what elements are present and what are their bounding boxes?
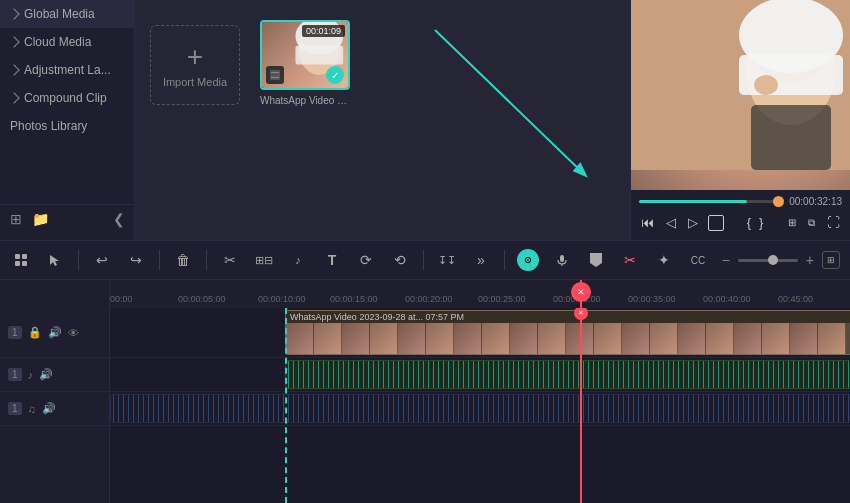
stop-button[interactable]: [708, 215, 724, 231]
mute-icon[interactable]: 🔊: [48, 326, 62, 339]
marker-button[interactable]: [585, 249, 607, 271]
frame-16: [706, 323, 734, 354]
cut-button[interactable]: ✂: [219, 249, 241, 271]
music-volume-icon[interactable]: 🔊: [42, 402, 56, 415]
zoom-thumb[interactable]: [768, 255, 778, 265]
svg-rect-3: [295, 45, 343, 64]
delete-button[interactable]: 🗑: [172, 249, 194, 271]
ruler-mark-7: 00:00:35:00: [628, 294, 676, 304]
frame-9: [510, 323, 538, 354]
svg-marker-23: [590, 253, 602, 267]
select-tool-button[interactable]: [44, 249, 66, 271]
scissors-button[interactable]: ✂: [619, 249, 641, 271]
zoom-slider[interactable]: [738, 259, 798, 262]
video-track-label: 1 🔒 🔊 👁: [0, 308, 109, 358]
toolbar-separator-1: [78, 250, 79, 270]
fullscreen-button[interactable]: ⛶: [825, 213, 842, 232]
sidebar-item-adjustment[interactable]: Adjustment La...: [0, 56, 134, 84]
audio-track-number: 1: [8, 368, 22, 381]
video-thumbnail[interactable]: 00:01:09 ✓: [260, 20, 350, 90]
audio-mute-icon[interactable]: 🔊: [39, 368, 53, 381]
rotate-right-button[interactable]: ⟲: [389, 249, 411, 271]
sidebar-item-label: Compound Clip: [24, 91, 107, 105]
sidebar-item-photos-library[interactable]: Photos Library: [0, 112, 134, 140]
pip-button[interactable]: ⧉: [806, 215, 817, 231]
sidebar-item-compound-clip[interactable]: Compound Clip: [0, 84, 134, 112]
audio-clip[interactable]: [285, 360, 850, 389]
video-clip-frames: [286, 323, 850, 354]
grid-icon[interactable]: ⊞: [10, 211, 22, 227]
text-tool-button[interactable]: T: [321, 249, 343, 271]
check-icon: ✓: [326, 66, 344, 84]
sidebar-item-cloud-media[interactable]: Cloud Media: [0, 28, 134, 56]
progress-thumb[interactable]: [773, 196, 784, 207]
audio-tool-button[interactable]: [551, 249, 573, 271]
crop-button[interactable]: ↧↧: [436, 249, 458, 271]
svg-rect-16: [15, 254, 20, 259]
preview-transport-controls: ⏮ ◁ ▷ { } ⊞ ⧉ ⛶: [639, 211, 842, 234]
redo-button[interactable]: ↪: [125, 249, 147, 271]
music-track-number: 1: [8, 402, 22, 415]
pointer-tool-button[interactable]: [10, 249, 32, 271]
step-back-button[interactable]: ◁: [664, 213, 678, 232]
media-browser: + Import Media 00:01:0: [135, 0, 630, 240]
sidebar-item-global-media[interactable]: Global Media: [0, 0, 134, 28]
ruler-mark-3: 00:00:15:00: [330, 294, 378, 304]
audio-detach-button[interactable]: ♪: [287, 249, 309, 271]
play-button[interactable]: ▷: [686, 213, 700, 232]
speed-indicator[interactable]: ⊙: [517, 249, 539, 271]
ruler-playhead-line: ✕: [580, 280, 582, 308]
zoom-in-button[interactable]: +: [806, 252, 814, 268]
audio-track-label: 1 ♪ 🔊: [0, 358, 109, 392]
more-options-button[interactable]: ⊞: [786, 215, 798, 230]
media-clip-item[interactable]: 00:01:09 ✓ WhatsApp Video 202...: [260, 20, 350, 106]
audio-waveform: [286, 361, 850, 388]
caption-button[interactable]: CC: [687, 249, 709, 271]
svg-rect-5: [271, 72, 279, 73]
ruler-marks-container[interactable]: 00:00 00:00:05:00 00:00:10:00 00:00:15:0…: [110, 280, 850, 308]
in-point-button[interactable]: {: [747, 215, 751, 230]
music-note-icon[interactable]: ♫: [28, 403, 36, 415]
sidebar: Global Media Cloud Media Adjustment La..…: [0, 0, 135, 240]
split-button[interactable]: ⊞⊟: [253, 249, 275, 271]
import-media-button[interactable]: + Import Media: [150, 25, 240, 105]
undo-button[interactable]: ↩: [91, 249, 113, 271]
more-tools-button[interactable]: »: [470, 249, 492, 271]
folder-icon[interactable]: 📁: [32, 211, 49, 227]
frame-4: [370, 323, 398, 354]
tracks-content: WhatsApp Video 2023-09-28 at... 07:57 PM: [110, 308, 850, 503]
preview-frame: [631, 0, 850, 190]
ruler-mark-9: 00:45:00: [778, 294, 813, 304]
preview-progress-bar[interactable]: 00:00:32:13: [639, 196, 842, 207]
svg-marker-20: [50, 255, 59, 266]
frame-15: [678, 323, 706, 354]
music-clip[interactable]: [110, 394, 850, 423]
progress-track[interactable]: [639, 200, 783, 203]
effect-button[interactable]: ✦: [653, 249, 675, 271]
rewind-button[interactable]: ⏮: [639, 213, 656, 232]
video-track: WhatsApp Video 2023-09-28 at... 07:57 PM: [110, 308, 850, 358]
toolbar-separator-5: [504, 250, 505, 270]
lock-icon[interactable]: 🔒: [28, 326, 42, 339]
frame-13: [622, 323, 650, 354]
toolbar: ↩ ↪ 🗑 ✂ ⊞⊟ ♪ T ⟳ ⟲ ↧↧ » ⊙ ✂ ✦ CC − + ⊞: [0, 240, 850, 280]
eye-icon[interactable]: 👁: [68, 327, 79, 339]
preview-person: [631, 0, 850, 170]
fit-timeline-button[interactable]: ⊞: [822, 251, 840, 269]
cut-x-button[interactable]: ✕: [571, 282, 591, 302]
video-clip[interactable]: WhatsApp Video 2023-09-28 at... 07:57 PM: [285, 310, 850, 355]
music-icon[interactable]: ♪: [28, 369, 34, 381]
plus-icon: +: [187, 43, 203, 71]
music-waveform: [111, 395, 850, 422]
chevron-right-icon: [8, 8, 19, 19]
toolbar-separator-3: [206, 250, 207, 270]
frame-1: [286, 323, 314, 354]
frame-18: [762, 323, 790, 354]
collapse-icon[interactable]: ❮: [113, 211, 125, 227]
music-track-label: 1 ♫ 🔊: [0, 392, 109, 426]
preview-video: [631, 0, 850, 190]
video-track-number: 1: [8, 326, 22, 339]
zoom-out-button[interactable]: −: [722, 252, 730, 268]
out-point-button[interactable]: }: [759, 215, 763, 230]
rotate-left-button[interactable]: ⟳: [355, 249, 377, 271]
